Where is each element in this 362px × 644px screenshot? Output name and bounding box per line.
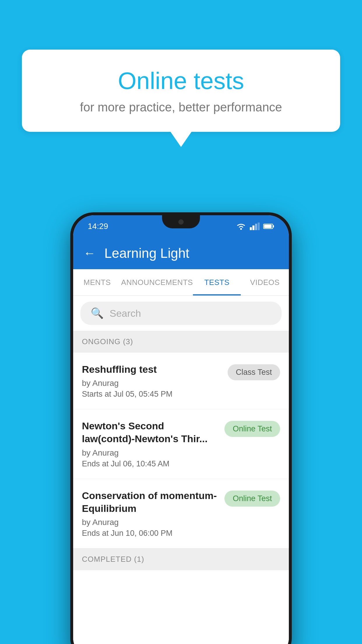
hero-section: Online tests for more practice, better p… — [22, 50, 340, 147]
phone-container: 14:29 — [70, 212, 292, 644]
tab-announcements[interactable]: ANNOUNCEMENTS — [121, 269, 193, 295]
tabs-bar: MENTS ANNOUNCEMENTS TESTS VIDEOS — [73, 269, 289, 296]
test-info: Newton's Second law(contd)-Newton's Thir… — [82, 419, 219, 468]
test-item[interactable]: Conservation of momentum-Equilibrium by … — [73, 479, 289, 548]
test-name: Conservation of momentum-Equilibrium — [82, 489, 219, 515]
svg-rect-2 — [252, 225, 254, 230]
test-time: Ends at Jun 10, 06:00 PM — [82, 529, 219, 538]
status-icons — [236, 223, 274, 230]
wifi-icon — [236, 223, 246, 230]
test-badge: Online Test — [224, 491, 280, 507]
search-bar[interactable]: 🔍 Search — [80, 302, 282, 325]
camera — [178, 219, 184, 225]
app-title: Learning Light — [104, 245, 189, 261]
test-badge: Online Test — [224, 421, 280, 437]
test-info: Conservation of momentum-Equilibrium by … — [82, 489, 219, 538]
notch — [162, 215, 200, 228]
test-name: Newton's Second law(contd)-Newton's Thir… — [82, 419, 219, 445]
test-list: Reshuffling test by Anurag Starts at Jul… — [73, 353, 289, 644]
test-author: by Anurag — [82, 518, 219, 527]
test-author: by Anurag — [82, 379, 222, 388]
completed-title: COMPLETED (1) — [82, 555, 144, 564]
svg-rect-3 — [255, 224, 257, 230]
search-icon: 🔍 — [91, 307, 104, 319]
ongoing-section-header: ONGOING (3) — [73, 331, 289, 353]
svg-rect-4 — [258, 223, 260, 230]
completed-section-header: COMPLETED (1) — [73, 548, 289, 570]
test-info: Reshuffling test by Anurag Starts at Jul… — [82, 363, 222, 399]
test-time: Ends at Jul 06, 10:45 AM — [82, 459, 219, 468]
search-input[interactable]: Search — [110, 308, 141, 319]
phone-screen: 14:29 — [73, 215, 289, 644]
status-time: 14:29 — [88, 222, 108, 231]
bubble-subtitle: for more practice, better performance — [42, 100, 320, 114]
tab-ments[interactable]: MENTS — [73, 269, 121, 295]
svg-point-0 — [240, 228, 242, 230]
test-item[interactable]: Newton's Second law(contd)-Newton's Thir… — [73, 409, 289, 479]
tab-tests[interactable]: TESTS — [193, 269, 241, 295]
test-author: by Anurag — [82, 448, 219, 458]
content-area: 🔍 Search ONGOING (3) Reshuffling test by… — [73, 296, 289, 644]
signal-icon — [250, 223, 260, 230]
svg-rect-6 — [273, 225, 274, 228]
ongoing-title: ONGOING (3) — [82, 337, 133, 346]
speech-bubble: Online tests for more practice, better p… — [22, 50, 340, 132]
svg-rect-1 — [250, 227, 252, 230]
svg-rect-7 — [264, 225, 272, 228]
test-time: Starts at Jul 05, 05:45 PM — [82, 390, 222, 399]
test-item[interactable]: Reshuffling test by Anurag Starts at Jul… — [73, 353, 289, 409]
bubble-title: Online tests — [42, 67, 320, 94]
battery-icon — [263, 223, 274, 230]
phone-frame: 14:29 — [70, 212, 292, 644]
tab-videos[interactable]: VIDEOS — [241, 269, 289, 295]
app-header: ← Learning Light — [73, 237, 289, 269]
status-bar: 14:29 — [73, 215, 289, 237]
back-button[interactable]: ← — [83, 246, 96, 260]
bubble-arrow — [171, 132, 191, 147]
test-badge: Class Test — [228, 364, 280, 380]
test-name: Reshuffling test — [82, 363, 222, 376]
search-container: 🔍 Search — [73, 296, 289, 331]
